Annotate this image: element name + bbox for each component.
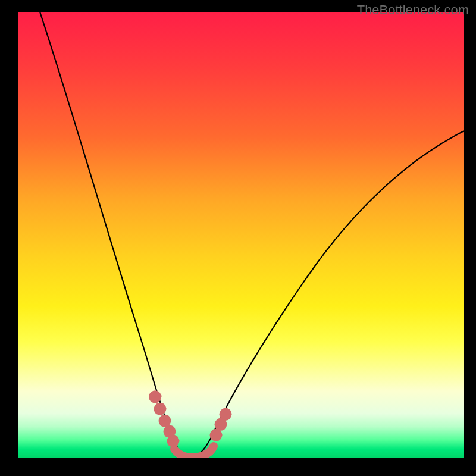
highlight-dots-left bbox=[152, 393, 177, 445]
chart-container: TheBottleneck.com bbox=[0, 0, 476, 476]
highlight-dots-right bbox=[212, 411, 229, 439]
highlight-base bbox=[174, 446, 214, 458]
curve-path bbox=[40, 12, 464, 457]
watermark: TheBottleneck.com bbox=[357, 2, 469, 18]
bottleneck-curve bbox=[18, 12, 464, 458]
